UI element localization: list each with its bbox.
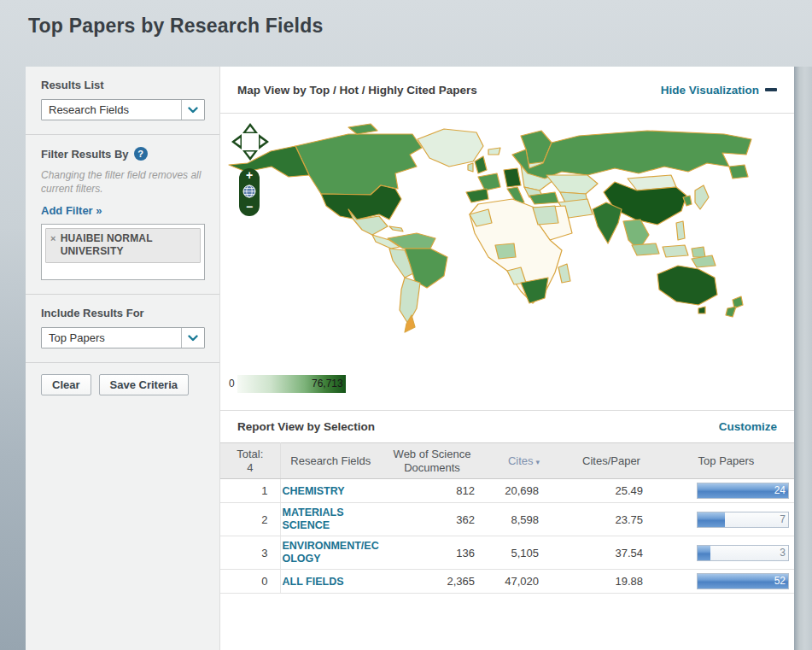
globe-icon[interactable] [242,184,256,198]
top-papers-bar: 24 [697,483,789,499]
map-view-title: Map View by Top / Hot / Highly Cited Pap… [237,84,477,97]
table-row: 2 MATERIALS SCIENCE 362 8,598 23.75 7 [220,503,794,536]
column-header-research-fields[interactable]: Research Fields [280,443,381,479]
cites-label: Cites [508,454,534,467]
filter-note: Changing the filter field removes all cu… [41,168,204,196]
top-papers-cell: 52 [658,570,794,594]
map-view-header: Map View by Top / Hot / Highly Cited Pap… [220,67,794,114]
cites-cell: 47,020 [483,570,564,594]
save-criteria-button[interactable]: Save Criteria [99,374,190,395]
field-cell: ALL FIELDS [280,570,381,594]
field-cell: ENVIRONMENT/ECOLOGY [280,536,381,570]
filter-heading-label: Filter Results By [41,148,129,161]
zoom-out-icon[interactable]: − [246,202,253,213]
top-papers-bar: 7 [697,512,789,528]
results-list-selected: Research Fields [42,103,181,116]
results-table: Total: 4 Research Fields Web of Science … [220,442,794,594]
clear-button[interactable]: Clear [41,374,91,395]
table-header-row: Total: 4 Research Fields Web of Science … [220,443,794,479]
field-link[interactable]: ALL FIELDS [283,576,344,589]
main-panel: Map View by Top / Hot / Highly Cited Pap… [220,67,794,650]
sort-caret-icon: ▾ [536,458,540,466]
total-label: Total: [222,448,278,461]
content-area: Results List Research Fields Filter Resu… [26,67,794,650]
legend-min-label: 0 [229,378,235,389]
include-results-selected: Top Papers [42,331,181,344]
include-results-heading: Include Results For [41,307,204,319]
chevron-down-icon[interactable] [181,100,204,120]
top-papers-value: 7 [780,513,786,525]
top-papers-value: 52 [774,575,786,587]
table-row: 0 ALL FIELDS 2,365 47,020 19.88 52 [220,570,794,594]
customize-link[interactable]: Customize [719,420,777,433]
hide-visualization-link[interactable]: Hide Visualization [661,84,777,97]
results-list-dropdown[interactable]: Research Fields [41,99,205,120]
cites-cell: 20,698 [483,479,564,503]
top-papers-cell: 3 [658,536,794,570]
cites-per-paper-cell: 19.88 [564,570,658,594]
table-row: 3 ENVIRONMENT/ECOLOGY 136 5,105 37.54 3 [220,536,794,570]
wos-documents-cell: 362 [381,503,483,536]
map-legend: 0 76,713 [229,374,346,393]
include-results-section: Include Results For Top Papers [26,295,219,362]
remove-filter-icon[interactable]: × [50,233,56,258]
map-zoom-control[interactable]: + − [239,168,260,216]
cites-cell: 5,105 [483,536,564,570]
cites-per-paper-cell: 25.49 [564,479,658,503]
page-title: Top Papers by Research Fields [28,15,323,38]
column-header-wos-documents[interactable]: Web of Science Documents [381,443,483,479]
rank-cell: 1 [220,479,280,503]
help-icon[interactable]: ? [134,147,148,161]
field-cell: CHEMISTRY [280,479,381,503]
add-filter-link[interactable]: Add Filter » [41,204,102,217]
field-cell: MATERIALS SCIENCE [280,503,381,536]
filter-box: × HUAIBEI NORMAL UNIVERSITY [41,224,205,280]
column-header-cites[interactable]: Cites▾ [483,443,564,479]
legend-max-label: 76,713 [312,378,343,389]
legend-gradient-bar: 76,713 [237,375,346,393]
table-row: 1 CHEMISTRY 812 20,698 25.49 24 [220,479,794,503]
field-link[interactable]: ENVIRONMENT/ECOLOGY [283,540,380,565]
results-list-section: Results List Research Fields [26,67,219,134]
wos-documents-cell: 136 [381,536,483,570]
hide-visualization-label: Hide Visualization [661,84,759,97]
chevron-down-icon[interactable] [181,328,204,348]
rank-cell: 3 [220,536,280,570]
top-papers-bar: 52 [697,573,789,589]
rank-cell: 0 [220,570,280,594]
filter-tag-label: HUAIBEI NORMAL UNIVERSITY [61,232,195,258]
map-controls: + − [231,122,272,216]
top-papers-cell: 24 [658,479,794,503]
collapse-minus-icon[interactable] [765,88,777,91]
filter-heading: Filter Results By ? [41,147,204,161]
wos-documents-cell: 2,365 [381,570,483,594]
filter-section: Filter Results By ? Changing the filter … [26,135,219,294]
rank-cell: 2 [220,503,280,536]
column-header-cites-per-paper[interactable]: Cites/Paper [564,443,658,479]
total-header: Total: 4 [220,443,280,479]
top-papers-value: 3 [780,547,786,559]
scrollbar[interactable] [794,67,812,650]
world-map[interactable]: + − 0 76,713 [220,114,794,411]
results-list-heading: Results List [41,79,204,91]
report-view-title: Report View by Selection [237,420,375,433]
top-papers-bar: 3 [697,545,789,561]
cites-cell: 8,598 [483,503,564,536]
wos-documents-cell: 812 [381,479,483,503]
choropleth-map[interactable] [220,114,794,411]
cites-per-paper-cell: 23.75 [564,503,658,536]
report-view-header: Report View by Selection Customize [220,411,794,442]
sidebar: Results List Research Fields Filter Resu… [26,67,220,650]
top-papers-cell: 7 [658,503,794,536]
top-papers-value: 24 [774,484,786,496]
map-pan-control[interactable] [231,122,270,161]
field-link[interactable]: CHEMISTRY [283,485,345,498]
cites-per-paper-cell: 37.54 [564,536,658,570]
top-papers-bar-fill [698,512,725,527]
top-papers-bar-fill [698,546,710,560]
field-link[interactable]: MATERIALS SCIENCE [283,507,380,532]
column-header-top-papers[interactable]: Top Papers [658,443,794,479]
total-value: 4 [222,461,278,475]
include-results-dropdown[interactable]: Top Papers [41,327,205,348]
zoom-in-icon[interactable]: + [246,170,253,181]
